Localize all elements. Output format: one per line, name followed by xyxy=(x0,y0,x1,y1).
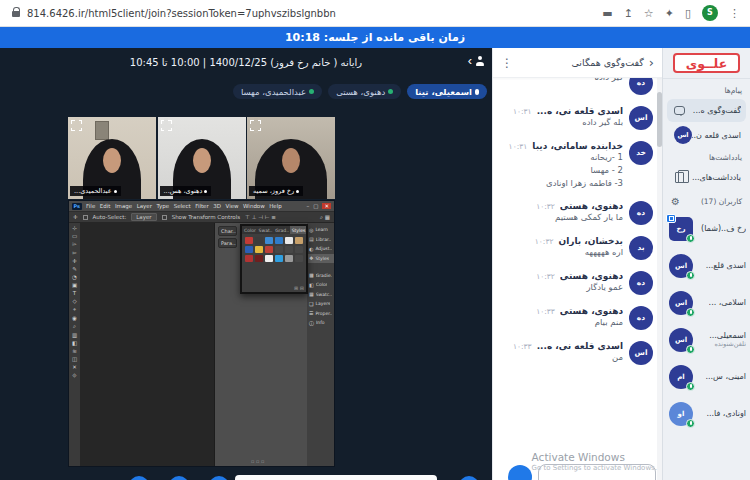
extensions-icon[interactable]: ✦ xyxy=(665,7,674,20)
action-button[interactable] xyxy=(459,476,479,480)
video-tile[interactable]: رخ فروز، سمیه xyxy=(247,117,335,199)
action-button[interactable] xyxy=(169,476,189,480)
fullscreen-icon[interactable] xyxy=(71,120,82,131)
ps-dock-item[interactable]: ☰ Proper.. xyxy=(307,309,334,318)
browser-menu-kebab-icon[interactable]: ⋮ xyxy=(729,7,740,20)
ps-tool-icon[interactable]: ◔ xyxy=(72,274,77,280)
ps-tool-icon[interactable]: ✕ xyxy=(72,364,77,370)
screenshare-photoshop[interactable]: Ps FileEditImageLayerTypeSelectFilter3DV… xyxy=(68,200,335,467)
user-list-item[interactable]: امینی، س... ام xyxy=(667,359,746,394)
ps-style-tile[interactable] xyxy=(275,237,283,244)
send-button[interactable] xyxy=(508,465,532,480)
ps-tool-icon[interactable]: ◉ xyxy=(72,315,77,321)
ps-tool-icon[interactable]: ▥ xyxy=(72,332,77,338)
ps-window-control[interactable]: ✕ xyxy=(322,203,331,209)
ps-panel-footer-icons[interactable]: ⊞ ⊟ xyxy=(294,285,304,291)
ps-style-tile[interactable] xyxy=(265,246,273,253)
ps-dock-item[interactable]: ◧ Color xyxy=(307,280,334,289)
ps-tool-icon[interactable]: ▭ xyxy=(72,233,77,239)
ps-window-control[interactable]: ▢ xyxy=(313,203,318,209)
ps-style-tile[interactable] xyxy=(275,255,283,262)
video-tile[interactable]: دهنوی، هس... xyxy=(158,117,246,199)
ps-panel-tab[interactable]: Styles xyxy=(290,226,306,234)
ps-style-tile[interactable] xyxy=(245,246,253,253)
fullscreen-icon[interactable] xyxy=(161,120,172,131)
ps-menu-item[interactable]: Select xyxy=(174,203,191,209)
ps-menu-item[interactable]: Filter xyxy=(195,203,209,209)
ps-style-tile[interactable] xyxy=(255,255,263,262)
ps-collapsed-panel[interactable]: Char... xyxy=(218,226,237,236)
ps-style-tile[interactable] xyxy=(285,246,293,253)
sidebar-item-public-chat[interactable]: گفت‌وگوی ه... xyxy=(667,99,746,122)
ps-style-tile[interactable] xyxy=(255,246,263,253)
user-list-item[interactable]: اونادی، فا... او xyxy=(667,396,746,431)
ps-dock-item[interactable]: ▦ Swatc.. xyxy=(307,290,334,299)
manage-users-gear-icon[interactable]: ⚙ xyxy=(671,196,680,207)
ps-search-workspace-icons[interactable]: ⌕ ▦ xyxy=(320,214,330,221)
ps-style-tile[interactable] xyxy=(285,255,293,262)
ps-layer-dropdown[interactable]: Layer xyxy=(131,213,156,221)
ps-window-control[interactable]: – xyxy=(306,203,309,209)
ps-tool-icon[interactable]: ▣ xyxy=(72,282,77,288)
ps-tool-icon[interactable]: ⌕ xyxy=(73,323,76,330)
ps-style-tile[interactable] xyxy=(245,255,253,262)
ps-panel-tab[interactable]: Swat.. xyxy=(257,226,274,234)
ps-dock-item[interactable]: ▩ Gradie.. xyxy=(307,271,334,280)
tab-preview-icon[interactable]: ▬ xyxy=(602,7,612,20)
ps-dock-item[interactable]: ▤ Librar.. xyxy=(307,235,334,244)
user-list-item[interactable]: اسلامی، ... اس xyxy=(667,285,746,320)
ps-dock-item[interactable]: ❖ Styles xyxy=(307,254,334,263)
ps-menu-item[interactable]: Help xyxy=(269,203,282,209)
ps-style-tile[interactable] xyxy=(295,246,303,253)
ps-dock-item[interactable]: ◎ Learn xyxy=(307,225,334,234)
ps-align-icons[interactable]: ⊤ ⊥ ⊣ ⊢ ≡ xyxy=(245,214,276,220)
speaker-pill[interactable]: اسمعیلی، تینا xyxy=(407,84,487,99)
ps-menu-item[interactable]: Window xyxy=(243,203,265,209)
ps-collapsed-panel[interactable]: Para... xyxy=(218,238,237,248)
ps-autoselect-checkbox[interactable] xyxy=(83,215,88,220)
ps-menu-item[interactable]: 3D xyxy=(213,203,221,209)
ps-bottom-icons[interactable]: ▫ ▫ ▫ xyxy=(251,458,264,464)
ps-menu-item[interactable]: File xyxy=(86,203,95,209)
ps-menu-item[interactable]: Edit xyxy=(100,203,111,209)
ps-tool-icon[interactable]: ⌖ xyxy=(73,306,76,313)
ps-menu-item[interactable]: Layer xyxy=(137,203,152,209)
ps-tool-icon[interactable]: ◧ xyxy=(72,340,77,346)
speaker-pill[interactable]: دهنوی، هستی xyxy=(328,84,401,99)
ps-style-tile[interactable] xyxy=(265,255,273,262)
sidebar-item-private-chat[interactable]: اسدی قلعه ن... اس xyxy=(667,123,746,147)
ps-style-tile[interactable] xyxy=(265,237,273,244)
fullscreen-icon[interactable] xyxy=(250,120,261,131)
ps-panel-tab[interactable]: Color xyxy=(242,226,257,234)
ps-tool-icon[interactable]: ✂ xyxy=(72,250,77,256)
chat-options-kebab-icon[interactable]: ⋮ xyxy=(501,56,513,70)
ps-tool-icon[interactable]: ⌲ xyxy=(72,241,76,248)
ps-dock-item[interactable]: ⓘ Info xyxy=(307,318,334,327)
user-list-item[interactable]: اسدی قلع... اس xyxy=(667,248,746,283)
user-list-item[interactable]: اسمعیلی... تلفن‌شنونده اس xyxy=(667,322,746,357)
video-tile[interactable]: عبدالحمیدی... xyxy=(68,117,156,199)
action-button[interactable] xyxy=(129,476,149,480)
ps-dock-item[interactable]: ◐ Adjust.. xyxy=(307,244,334,253)
ps-style-tile[interactable] xyxy=(295,237,303,244)
speaker-pill[interactable]: عبدالحمیدی، مهسا xyxy=(233,84,322,99)
ps-tool-icon[interactable]: ⟐ xyxy=(72,372,76,379)
ps-transform-checkbox[interactable] xyxy=(162,215,167,220)
ps-dock-item[interactable]: ❏ Layers xyxy=(307,299,334,308)
action-button[interactable] xyxy=(209,476,229,480)
user-list-item[interactable]: رخ ف..(شما) رخ xyxy=(667,211,746,246)
message-input[interactable] xyxy=(538,464,656,480)
side-panel-icon[interactable]: ▯ xyxy=(685,7,691,20)
ps-tool-icon[interactable]: ✛ xyxy=(72,258,77,264)
ps-tool-icon[interactable]: ◇ xyxy=(72,298,76,304)
ps-tool-icon[interactable]: ✎ xyxy=(72,266,77,272)
profile-avatar[interactable]: S xyxy=(702,5,718,21)
address-bar[interactable]: 814.6426.ir/html5client/join?sessionToke… xyxy=(27,8,336,19)
ps-menu-item[interactable]: Type xyxy=(157,203,170,209)
ps-canvas[interactable] xyxy=(80,223,215,466)
ps-style-tile[interactable] xyxy=(245,237,253,244)
ps-tool-icon[interactable]: T xyxy=(73,290,76,296)
share-icon[interactable]: ↥ xyxy=(624,7,633,20)
restore-panel-button[interactable]: ‹ xyxy=(468,56,485,66)
ps-style-tile[interactable] xyxy=(255,237,263,244)
